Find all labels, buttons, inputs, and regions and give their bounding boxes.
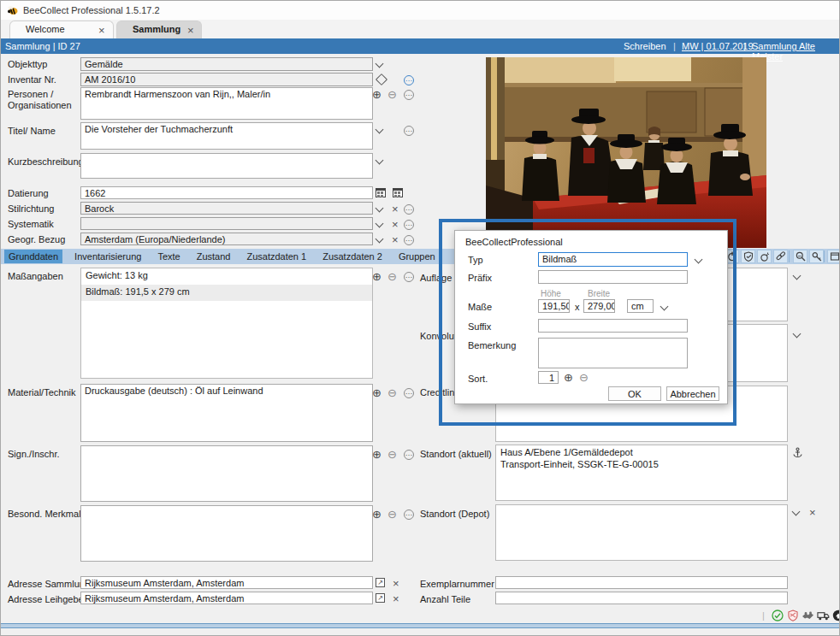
adresse-sammlung-open-icon[interactable]: ↗: [376, 578, 385, 587]
dialog-suffix-field[interactable]: [538, 319, 688, 333]
sign-add-icon[interactable]: ⊕: [372, 449, 382, 460]
inventar-tag-icon[interactable]: [376, 74, 387, 85]
objekttyp-chevron-down-icon[interactable]: [376, 61, 384, 68]
anzahl-teile-field[interactable]: [495, 592, 788, 604]
list-item[interactable]: Gewicht: 13 kg: [81, 268, 372, 285]
status-ok-check-icon[interactable]: [771, 609, 784, 621]
standort-depot-chevron-down-icon[interactable]: [792, 509, 801, 515]
object-image-painting[interactable]: [486, 57, 766, 248]
adresse-leihgeber-field[interactable]: Rijksmuseum Amsterdam, Amsterdam: [80, 592, 373, 604]
datierung-calendar-icon[interactable]: [376, 188, 386, 197]
tab-grunddaten[interactable]: Grunddaten: [4, 250, 62, 263]
personen-add-icon[interactable]: ⊕: [372, 89, 382, 100]
datierung-calendar-range-icon[interactable]: [393, 188, 403, 197]
tab-zusatzdaten-1[interactable]: Zusatzdaten 1: [242, 250, 311, 263]
dialog-sort-increase-icon[interactable]: ⊕: [564, 372, 573, 383]
dialog-praefix-field[interactable]: [538, 270, 688, 284]
personen-field[interactable]: Rembrandt Harmenszoon van Rijn,, Maler/i…: [80, 87, 373, 120]
standort-depot-clear-icon[interactable]: ×: [809, 508, 816, 517]
dialog-unit-chevron-down-icon[interactable]: [660, 303, 669, 310]
material-remove-icon[interactable]: ⊖: [387, 387, 397, 398]
personen-more-icon[interactable]: …: [404, 90, 414, 100]
dialog-breite-field[interactable]: 279,00: [583, 299, 615, 313]
geogr-bezug-more-icon[interactable]: …: [404, 235, 414, 245]
tab-sammlung[interactable]: Sammlung ×: [116, 21, 202, 38]
adresse-leihgeber-clear-icon[interactable]: ×: [393, 594, 399, 604]
standort-anchor-icon[interactable]: [792, 447, 803, 458]
adresse-sammlung-clear-icon[interactable]: ×: [393, 579, 399, 588]
list-item-selected[interactable]: Bildmaß: 191,5 x 279 cm: [81, 285, 372, 301]
tab-gruppen[interactable]: Gruppen: [394, 250, 440, 263]
sign-more-icon[interactable]: …: [404, 450, 414, 460]
dialog-hoehe-field[interactable]: 191,50: [538, 299, 570, 313]
massangaben-remove-icon[interactable]: ⊖: [387, 271, 397, 282]
window-layout-icon[interactable]: [827, 250, 840, 263]
konvolut-chevron-down-icon[interactable]: [793, 331, 802, 338]
dialog-typ-chevron-down-icon[interactable]: [695, 256, 703, 263]
dialog-unit-field[interactable]: cm: [627, 299, 654, 313]
status-handshake-icon[interactable]: [802, 609, 814, 621]
titel-chevron-down-icon[interactable]: [376, 127, 384, 133]
inventar-field[interactable]: AM 2016/10: [80, 73, 373, 86]
geogr-bezug-chevron-down-icon[interactable]: [376, 236, 384, 243]
kurzbeschreibung-chevron-down-icon[interactable]: [376, 157, 384, 164]
standort-aktuell-field[interactable]: Haus A/Ebene 1/Gemäldedepot Transport-Ei…: [495, 445, 788, 501]
material-more-icon[interactable]: …: [404, 388, 414, 398]
adresse-sammlung-field[interactable]: Rijksmuseum Amsterdam, Amsterdam: [80, 576, 373, 589]
spellcheck-search-icon[interactable]: [793, 250, 807, 263]
besond-more-icon[interactable]: …: [404, 509, 414, 520]
titel-field[interactable]: Die Vorsteher der Tuchmacherzunft: [80, 122, 373, 150]
link-icon[interactable]: [773, 250, 788, 263]
inventar-more-icon[interactable]: …: [404, 75, 414, 85]
kurzbeschreibung-field[interactable]: [80, 153, 373, 179]
status-shield-icon[interactable]: [786, 609, 799, 621]
sign-field[interactable]: [80, 445, 373, 502]
key-icon[interactable]: [809, 250, 824, 263]
status-truck-icon[interactable]: [817, 609, 830, 621]
systematik-clear-icon[interactable]: ×: [392, 220, 399, 229]
systematik-chevron-down-icon[interactable]: [376, 221, 384, 227]
ok-button[interactable]: OK: [608, 386, 661, 401]
massangaben-more-icon[interactable]: …: [404, 272, 414, 282]
dialog-bemerkung-field[interactable]: [538, 338, 688, 368]
dialog-sort-decrease-icon[interactable]: ⊖: [579, 372, 589, 383]
tab-welcome-label: Welcome: [26, 24, 65, 34]
stilrichtung-chevron-down-icon[interactable]: [376, 205, 384, 212]
adresse-leihgeber-open-icon[interactable]: ↗: [376, 593, 385, 603]
standort-depot-field[interactable]: [495, 504, 788, 561]
personen-remove-icon[interactable]: ⊖: [387, 89, 397, 100]
dialog-typ-field[interactable]: Bildmaß: [538, 252, 688, 267]
status-sync-globe-icon[interactable]: [831, 609, 840, 621]
massangaben-listbox[interactable]: Gewicht: 13 kg Bildmaß: 191,5 x 279 cm: [80, 268, 373, 379]
stilrichtung-field[interactable]: Barock: [80, 202, 373, 215]
tab-inventarisierung[interactable]: Inventarisierung: [70, 250, 145, 263]
tab-zusatzdaten-2[interactable]: Zusatzdaten 2: [318, 250, 387, 263]
tab-welcome[interactable]: Welcome ×: [9, 21, 114, 38]
sign-remove-icon[interactable]: ⊖: [387, 449, 397, 460]
systematik-field[interactable]: [80, 217, 373, 230]
geogr-bezug-clear-icon[interactable]: ×: [392, 235, 399, 244]
stilrichtung-clear-icon[interactable]: ×: [392, 204, 399, 214]
bomb-icon[interactable]: [757, 250, 772, 263]
dialog-sort-field[interactable]: 1: [538, 371, 559, 384]
cancel-button[interactable]: Abbrechen: [666, 386, 719, 401]
besond-remove-icon[interactable]: ⊖: [387, 509, 397, 520]
objekttyp-field[interactable]: Gemälde: [80, 57, 373, 71]
tab-zustand[interactable]: Zustand: [192, 250, 235, 263]
tab-sammlung-close-icon[interactable]: ×: [187, 26, 194, 35]
auflage-chevron-down-icon[interactable]: [793, 273, 802, 280]
exemplarnummer-field[interactable]: [495, 576, 788, 589]
stilrichtung-more-icon[interactable]: …: [404, 204, 414, 215]
material-add-icon[interactable]: ⊕: [372, 387, 382, 398]
tab-welcome-close-icon[interactable]: ×: [98, 26, 105, 35]
besond-field[interactable]: [80, 505, 373, 562]
shield-check-icon[interactable]: [741, 250, 755, 263]
systematik-more-icon[interactable]: …: [404, 220, 414, 230]
geogr-bezug-field[interactable]: Amsterdam (Europa/Niederlande): [80, 233, 373, 245]
besond-add-icon[interactable]: ⊕: [372, 509, 382, 520]
massangaben-add-icon[interactable]: ⊕: [372, 271, 382, 282]
titel-more-icon[interactable]: …: [404, 126, 414, 136]
tab-texte[interactable]: Texte: [153, 250, 184, 263]
datierung-field[interactable]: 1662: [80, 186, 373, 199]
material-field[interactable]: Druckausgabe (deutsch) : Öl auf Leinwand: [80, 384, 373, 442]
